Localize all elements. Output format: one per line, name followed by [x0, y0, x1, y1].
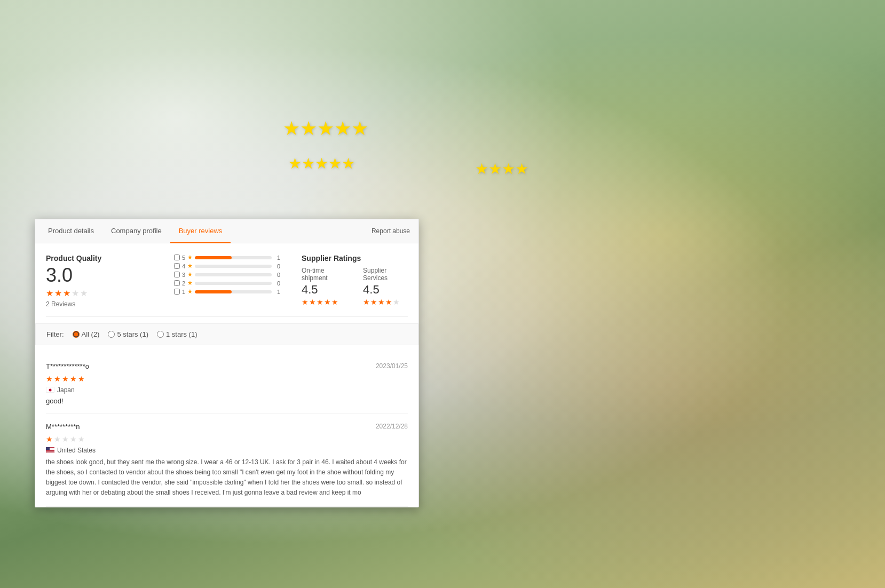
filter-1stars-radio[interactable]: [157, 331, 164, 338]
star-bar-row-4: 4 ★ 0: [174, 263, 280, 269]
bar-4-count: 0: [274, 263, 280, 269]
star-bars-block: 5 ★ 1 4 ★ 0: [174, 254, 280, 308]
filter-all-radio[interactable]: [73, 331, 80, 338]
filter-all[interactable]: All (2): [73, 330, 100, 338]
bar-5-container: [195, 256, 272, 259]
bar-1-fill: [195, 290, 232, 293]
review-1-stars: ★ ★ ★ ★ ★: [46, 375, 408, 383]
star-2-num: 2: [182, 280, 185, 287]
reviewer-1-name: T*************o: [46, 362, 89, 370]
ss-star-1: ★: [363, 298, 370, 306]
reviewer-1-country: Japan: [57, 386, 75, 394]
product-quality-score: 3.0: [46, 265, 153, 286]
bar-5-count: 1: [274, 255, 280, 261]
review-2-header: M*********n 2022/12/28: [46, 423, 408, 431]
bar-3-container: [195, 273, 272, 276]
review-count: 2 Reviews: [46, 300, 153, 308]
s-star-3: ★: [317, 298, 323, 306]
reviewer-2-country: United States: [57, 447, 96, 454]
bar-3-count: 0: [274, 272, 280, 278]
supplier-ratings-label: Supplier Ratings: [302, 254, 408, 263]
star-3: ★: [63, 288, 70, 298]
filter-bar: Filter: All (2) 5 stars (1) 1 stars (1): [35, 323, 418, 345]
bar-2-count: 0: [274, 280, 280, 287]
star-2: ★: [54, 288, 62, 298]
review-2-stars: ★ ★ ★ ★ ★: [46, 435, 408, 443]
ss-star-5: ★: [393, 298, 400, 306]
star-3-checkbox[interactable]: [174, 272, 180, 277]
ss-star-2: ★: [370, 298, 377, 306]
tabs-bar: Product details Company profile Buyer re…: [35, 219, 418, 243]
shipment-label: On-time shipment: [302, 267, 347, 282]
star-5-checkbox[interactable]: [174, 255, 180, 260]
star-3-num: 3: [182, 272, 185, 278]
star-bar-row-2: 2 ★ 0: [174, 280, 280, 287]
filter-5stars-label: 5 stars (1): [117, 330, 148, 338]
reviews-panel: Product details Company profile Buyer re…: [35, 219, 419, 507]
star-1-checkbox[interactable]: [174, 289, 180, 295]
supplier-ratings-block: Supplier Ratings On-time shipment 4.5 ★ …: [302, 254, 408, 308]
product-quality-label: Product Quality: [46, 254, 153, 263]
report-abuse-link[interactable]: Report abuse: [372, 227, 410, 235]
star-4-checkbox[interactable]: [174, 263, 180, 269]
star-1: ★: [46, 288, 53, 298]
s-star-1: ★: [302, 298, 309, 306]
bar-4-container: [195, 265, 272, 268]
star-1-icon: ★: [187, 288, 193, 295]
star-4: ★: [72, 288, 79, 298]
review-2-date: 2022/12/28: [376, 423, 408, 430]
star-5-icon: ★: [187, 254, 193, 261]
reviews-list: T*************o 2023/01/25 ★ ★ ★ ★ ★ Jap…: [35, 354, 418, 507]
filter-label: Filter:: [46, 330, 64, 338]
bg-stars-row1: ★★★★★: [283, 117, 368, 140]
review-item-1: T*************o 2023/01/25 ★ ★ ★ ★ ★ Jap…: [46, 354, 408, 414]
supplier-col-services: Supplier Services 4.5 ★ ★ ★ ★ ★: [363, 267, 408, 306]
filter-5stars-radio[interactable]: [108, 331, 115, 338]
flag-japan: [46, 387, 54, 393]
supplier-cols: On-time shipment 4.5 ★ ★ ★ ★ ★ Supplier …: [302, 267, 408, 306]
supplier-col-shipment: On-time shipment 4.5 ★ ★ ★ ★ ★: [302, 267, 347, 306]
star-bar-row-1: 1 ★ 1: [174, 288, 280, 295]
s-star-2: ★: [309, 298, 316, 306]
bar-1-count: 1: [274, 289, 280, 295]
flag-us: [46, 447, 54, 453]
services-label: Supplier Services: [363, 267, 408, 282]
review-item-2: M*********n 2022/12/28 ★ ★ ★ ★ ★ United …: [46, 414, 408, 507]
bar-5-fill: [195, 256, 232, 259]
services-stars: ★ ★ ★ ★ ★: [363, 298, 408, 306]
star-5-num: 5: [182, 255, 185, 261]
review-2-text: the shoes look good, but they sent me th…: [46, 457, 408, 498]
reviewer-1-location: Japan: [46, 386, 408, 394]
star-2-icon: ★: [187, 280, 193, 287]
bg-stars-row2: ★★★★★: [288, 155, 355, 172]
tab-product-details[interactable]: Product details: [44, 219, 102, 243]
filter-5stars[interactable]: 5 stars (1): [108, 330, 148, 338]
reviewer-2-name: M*********n: [46, 423, 80, 431]
review-1-header: T*************o 2023/01/25: [46, 362, 408, 370]
star-4-icon: ★: [187, 263, 193, 269]
star-bar-row-5: 5 ★ 1: [174, 254, 280, 261]
star-3-icon: ★: [187, 271, 193, 278]
product-quality-stars: ★ ★ ★ ★ ★: [46, 288, 153, 298]
star-2-checkbox[interactable]: [174, 280, 180, 286]
shipment-stars: ★ ★ ★ ★ ★: [302, 298, 347, 306]
star-4-num: 4: [182, 263, 185, 269]
shipment-score: 4.5: [302, 283, 347, 297]
ratings-section: Product Quality 3.0 ★ ★ ★ ★ ★ 2 Reviews …: [46, 254, 408, 317]
tab-company-profile[interactable]: Company profile: [102, 219, 170, 243]
panel-content: Product Quality 3.0 ★ ★ ★ ★ ★ 2 Reviews …: [35, 243, 418, 317]
ss-star-4: ★: [385, 298, 392, 306]
filter-1stars[interactable]: 1 stars (1): [157, 330, 197, 338]
star-5: ★: [80, 288, 88, 298]
product-quality-block: Product Quality 3.0 ★ ★ ★ ★ ★ 2 Reviews: [46, 254, 153, 308]
filter-1stars-label: 1 stars (1): [166, 330, 197, 338]
tab-buyer-reviews[interactable]: Buyer reviews: [170, 219, 231, 243]
star-bar-row-3: 3 ★ 0: [174, 271, 280, 278]
review-1-text: good!: [46, 397, 408, 405]
filter-all-label: All (2): [82, 330, 100, 338]
s-star-5: ★: [331, 298, 338, 306]
bar-1-container: [195, 290, 272, 293]
review-1-date: 2023/01/25: [376, 362, 408, 370]
ss-star-3: ★: [378, 298, 385, 306]
services-score: 4.5: [363, 283, 408, 297]
